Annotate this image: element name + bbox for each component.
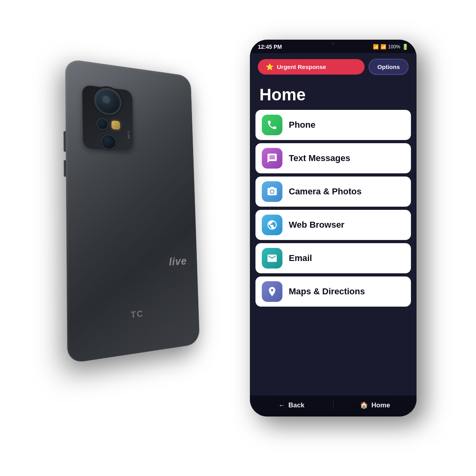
list-item[interactable]: Email [255,243,411,273]
tertiary-lens [101,134,117,150]
volume-button-2 [64,160,66,177]
phone-icon [262,115,282,135]
camera-icon [262,181,282,202]
volume-button [63,131,66,152]
email-icon [262,248,282,269]
menu-list: Phone Text Messages [250,110,416,395]
main-camera-lens [94,86,122,116]
secondary-lens [96,117,108,130]
list-item[interactable]: Camera & Photos [255,177,411,207]
messages-icon [262,148,282,169]
back-button[interactable]: ← Back [250,401,334,409]
list-item[interactable]: Phone [255,110,411,140]
wifi-icon: 📶 [373,44,379,50]
phone-screen: ⭐ Urgent Response Options Home Pho [250,53,416,416]
camera-menu-label: Camera & Photos [289,186,361,197]
list-item[interactable]: Text Messages [255,143,411,173]
battery-label: 100% [388,44,400,50]
list-item[interactable]: Maps & Directions [255,276,411,307]
phone-menu-label: Phone [289,120,315,130]
flash [111,120,120,129]
phone-back: 13 MP live TC [65,59,200,364]
notch [325,40,341,48]
browser-menu-label: Web Browser [289,220,344,230]
bottom-nav: ← Back 🏠 Home [250,395,416,416]
urgent-response-label: Urgent Response [277,63,326,70]
browser-icon [262,215,282,235]
signal-icon: 📶 [380,44,386,50]
email-menu-label: Email [289,253,312,263]
scene: 13 MP live TC 12:45 PM 📶 📶 100% 🔋 ⭐ [60,40,416,436]
status-time: 12:45 PM [258,44,282,50]
brand-tc-logo: TC [131,308,144,321]
maps-menu-label: Maps & Directions [289,286,365,297]
status-icons: 📶 📶 100% 🔋 [373,44,409,50]
options-button[interactable]: Options [369,59,409,75]
list-item[interactable]: Web Browser [255,210,411,240]
brand-live-logo: live [169,255,187,268]
back-arrow-icon: ← [278,401,285,409]
maps-icon [262,281,282,302]
home-label: Home [371,401,390,409]
urgent-star-icon: ⭐ [266,63,274,71]
phone-front: 12:45 PM 📶 📶 100% 🔋 ⭐ Urgent Response Op [250,40,416,416]
page-title: Home [250,79,416,110]
options-label: Options [377,63,400,70]
status-bar: 12:45 PM 📶 📶 100% 🔋 [250,40,416,53]
front-camera [332,42,335,45]
battery-icon: 🔋 [402,44,409,50]
back-label: Back [288,401,305,409]
top-buttons-row: ⭐ Urgent Response Options [250,53,416,79]
messages-menu-label: Text Messages [289,153,350,163]
mp-label: 13 MP [127,131,130,140]
home-icon: 🏠 [360,401,368,409]
camera-module: 13 MP [82,84,134,152]
home-button[interactable]: 🏠 Home [334,401,417,409]
urgent-response-button[interactable]: ⭐ Urgent Response [258,59,365,75]
